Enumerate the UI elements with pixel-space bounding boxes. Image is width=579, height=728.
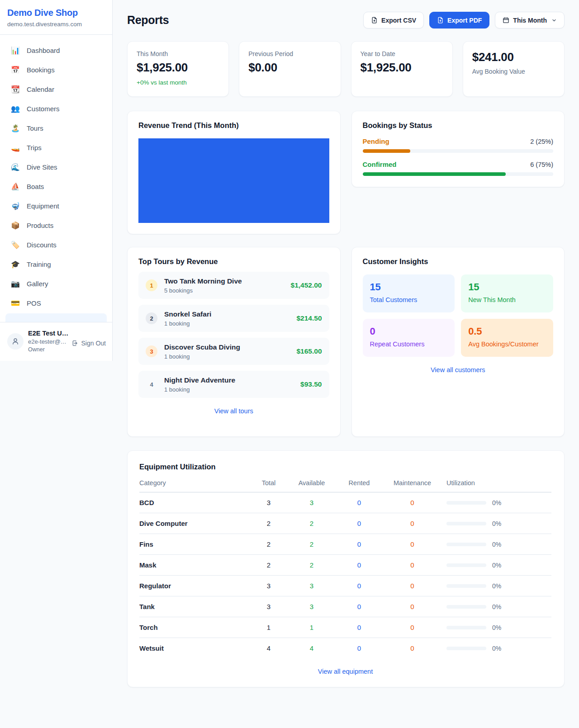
status-value: 6 (75%) [530, 161, 553, 168]
sidebar-item-bookings[interactable]: 📅 Bookings [5, 61, 107, 79]
sidebar-item-label: Dashboard [27, 47, 60, 54]
sidebar-item-label: Discounts [27, 241, 57, 249]
table-row: Mask 2 2 0 0 0% [139, 555, 551, 576]
stat-card-year-to-date: Year to Date $1,925.00 [351, 41, 453, 97]
utilization-percent: 0% [492, 645, 501, 652]
cell-total: 1 [251, 624, 287, 631]
cell-rented: 0 [337, 603, 382, 610]
cell-utilization: 0% [443, 603, 551, 610]
sign-out-button[interactable]: Sign Out [71, 340, 106, 347]
cell-maintenance: 0 [382, 520, 443, 527]
lists-row: Top Tours by Revenue 1 Two Tank Morning … [127, 247, 565, 437]
sidebar-item-trips[interactable]: 🚤 Trips [5, 138, 107, 156]
insight-tile-repeat-customers: 0 Repeat Customers [363, 319, 455, 357]
wave-icon: 🌊 [10, 163, 21, 171]
sidebar-item-training[interactable]: 🎓 Training [5, 255, 107, 273]
cell-maintenance: 0 [382, 644, 443, 652]
rank-badge: 2 [146, 312, 157, 324]
top-tours-title: Top Tours by Revenue [138, 257, 329, 266]
sidebar-item-calendar[interactable]: 📆 Calendar [5, 80, 107, 98]
progress-fill [363, 172, 506, 176]
view-all-customers-link[interactable]: View all customers [363, 366, 554, 373]
equipment-utilization-title: Equipment Utilization [139, 463, 551, 471]
shop-domain: demo.test.divestreams.com [7, 21, 101, 28]
sidebar-item-customers[interactable]: 👥 Customers [5, 99, 107, 118]
island-icon: 🏝️ [10, 124, 21, 132]
user-info: E2E Test U… e2e-tester@… Owner [28, 330, 68, 353]
sidebar-item-equipment[interactable]: 🤿 Equipment [5, 197, 107, 215]
sidebar-item-reports-active-partial[interactable] [5, 313, 107, 322]
shop-name[interactable]: Demo Dive Shop [7, 8, 101, 18]
sign-out-label: Sign Out [81, 340, 106, 347]
revenue-trend-chart [138, 138, 329, 223]
cell-total: 2 [251, 561, 287, 569]
cell-total: 2 [251, 540, 287, 548]
cell-utilization: 0% [443, 520, 551, 527]
period-dropdown[interactable]: This Month [495, 12, 565, 28]
stat-label: This Month [137, 50, 219, 57]
equipment-table: Category Total Available Rented Maintena… [139, 479, 551, 658]
cell-total: 3 [251, 582, 287, 590]
cell-maintenance: 0 [382, 561, 443, 569]
logout-icon [71, 340, 79, 347]
export-csv-button[interactable]: Export CSV [363, 12, 424, 28]
utilization-track [446, 522, 486, 525]
sidebar-item-label: Products [27, 222, 53, 229]
top-tours-card: Top Tours by Revenue 1 Two Tank Morning … [127, 247, 341, 437]
sidebar-item-boats[interactable]: ⛵ Boats [5, 177, 107, 195]
utilization-track [446, 563, 486, 567]
tear-off-calendar-icon: 📆 [10, 85, 21, 94]
tour-name: Discover Scuba Diving [164, 343, 296, 351]
user-role: Owner [28, 346, 68, 353]
tour-row: 2 Snorkel Safari 1 booking $214.50 [138, 305, 329, 332]
utilization-track [446, 543, 486, 546]
sidebar-item-gallery[interactable]: 📷 Gallery [5, 274, 107, 293]
utilization-track [446, 501, 486, 505]
cell-available: 2 [287, 540, 337, 548]
sidebar-nav: 📊 Dashboard 📅 Bookings 📆 Calendar 👥 Cust… [0, 35, 112, 322]
sidebar-item-pos[interactable]: 💳 POS [5, 294, 107, 312]
sidebar-item-products[interactable]: 📦 Products [5, 216, 107, 234]
column-header: Total [251, 479, 287, 487]
column-header: Available [287, 479, 337, 487]
insight-tile-avg-bookings: 0.5 Avg Bookings/Customer [461, 319, 553, 357]
status-value: 2 (25%) [530, 138, 553, 145]
insight-value: 15 [468, 281, 546, 293]
customer-insights-card: Customer Insights 15 Total Customers 15 … [351, 247, 565, 437]
stat-value: $241.00 [472, 50, 555, 64]
cell-utilization: 0% [443, 562, 551, 569]
cell-utilization: 0% [443, 499, 551, 506]
sidebar-item-dashboard[interactable]: 📊 Dashboard [5, 41, 107, 59]
view-all-tours-link[interactable]: View all tours [138, 407, 329, 415]
sidebar-item-tours[interactable]: 🏝️ Tours [5, 119, 107, 137]
utilization-track [446, 626, 486, 629]
calendar-icon: 📅 [10, 66, 21, 74]
cell-category: Torch [139, 624, 251, 631]
tour-revenue: $214.50 [296, 314, 322, 322]
table-row: Fins 2 2 0 0 0% [139, 534, 551, 555]
avatar [7, 333, 24, 350]
person-icon [11, 337, 19, 345]
utilization-percent: 0% [492, 499, 501, 506]
column-header: Maintenance [382, 479, 443, 487]
cell-rented: 0 [337, 582, 382, 590]
utilization-track [446, 584, 486, 588]
sidebar-item-discounts[interactable]: 🏷️ Discounts [5, 236, 107, 254]
view-all-equipment-link[interactable]: View all equipment [139, 668, 551, 675]
tour-row: 3 Discover Scuba Diving 1 booking $165.0… [138, 338, 329, 365]
cell-maintenance: 0 [382, 603, 443, 610]
utilization-percent: 0% [492, 541, 501, 548]
column-header: Rented [337, 479, 382, 487]
table-row: Dive Computer 2 2 0 0 0% [139, 513, 551, 534]
export-csv-label: Export CSV [381, 17, 416, 24]
rank-badge: 3 [146, 345, 157, 357]
export-pdf-button[interactable]: Export PDF [429, 12, 489, 28]
revenue-trend-card: Revenue Trend (This Month) [127, 111, 341, 234]
cell-available: 2 [287, 561, 337, 569]
tour-bookings: 5 bookings [164, 287, 291, 294]
cell-rented: 0 [337, 520, 382, 527]
tour-name: Snorkel Safari [164, 310, 296, 318]
header-actions: Export CSV Export PDF This Month [363, 12, 565, 28]
tour-revenue: $1,452.00 [291, 281, 322, 289]
sidebar-item-dive-sites[interactable]: 🌊 Dive Sites [5, 158, 107, 176]
